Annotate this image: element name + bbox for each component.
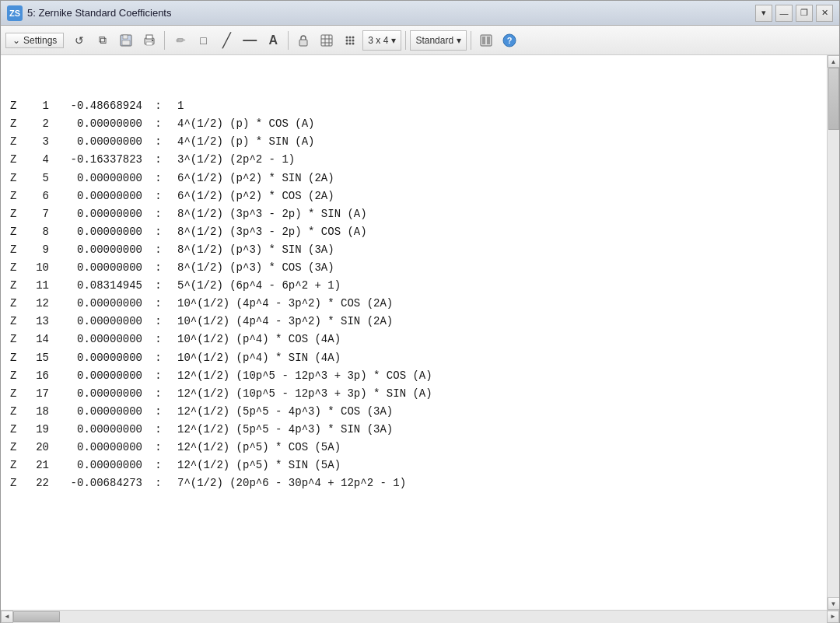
col-n: 10 [26, 259, 55, 277]
table-row: Z80.00000000:8^(1/2) (3p^3 - 2p) * COS (… [10, 223, 817, 241]
col-formula: 6^(1/2) (p^2) * SIN (2A) [168, 170, 334, 187]
title-bar: ZS 5: Zernike Standard Coefficients ▾ — … [1, 1, 839, 26]
scroll-thumb-h[interactable] [13, 611, 60, 622]
col-val: 0.00000000 [55, 385, 149, 403]
col-formula: 8^(1/2) (3p^3 - 2p) * COS (A) [168, 223, 367, 241]
col-colon: : [149, 277, 168, 295]
col-z: Z [10, 367, 26, 385]
rect-button[interactable]: □ [192, 30, 214, 51]
scroll-left-arrow[interactable]: ◄ [1, 611, 13, 623]
col-val: 0.08314945 [55, 277, 149, 295]
dropdown-arrow-btn[interactable]: ▾ [755, 5, 772, 22]
svg-rect-23 [482, 37, 485, 44]
col-colon: : [149, 367, 168, 385]
scroll-right-arrow[interactable]: ► [827, 611, 839, 623]
table-row: Z140.00000000:10^(1/2) (p^4) * COS (4A) [10, 331, 817, 348]
col-formula: 7^(1/2) (20p^6 - 30p^4 + 12p^2 - 1) [168, 474, 406, 492]
restore-btn[interactable]: ❐ [796, 5, 813, 22]
col-val: 0.00000000 [55, 115, 149, 133]
table-row: Z20.00000000:4^(1/2) (p) * COS (A) [10, 115, 817, 133]
col-val: 0.00000000 [55, 241, 149, 259]
col-formula: 12^(1/2) (10p^5 - 12p^3 + 3p) * SIN (A) [168, 385, 432, 403]
col-n: 11 [26, 277, 55, 295]
svg-point-21 [352, 42, 355, 44]
svg-point-16 [346, 39, 348, 41]
col-val: 0.00000000 [55, 403, 149, 421]
settings-button[interactable]: ⌄ Settings [5, 33, 64, 48]
scroll-thumb-v[interactable] [828, 68, 839, 130]
table-row: Z22-0.00684273:7^(1/2) (20p^6 - 30p^4 + … [10, 474, 817, 492]
table-row: Z200.00000000:12^(1/2) (p^5) * COS (5A) [10, 439, 817, 457]
col-z: Z [10, 133, 26, 151]
main-content[interactable]: Z1-0.48668924:1Z20.00000000:4^(1/2) (p) … [1, 55, 827, 610]
grid-button[interactable] [339, 30, 361, 51]
help-button[interactable]: ? [499, 30, 520, 51]
table-row: Z170.00000000:12^(1/2) (10p^5 - 12p^3 + … [10, 385, 817, 403]
col-formula: 10^(1/2) (4p^4 - 3p^2) * SIN (2A) [168, 313, 393, 331]
text-button[interactable]: A [262, 30, 284, 51]
table-row: Z120.00000000:10^(1/2) (4p^4 - 3p^2) * C… [10, 295, 817, 313]
col-colon: : [149, 133, 168, 151]
svg-text:?: ? [507, 36, 513, 45]
table-row: Z4-0.16337823:3^(1/2) (2p^2 - 1) [10, 151, 817, 169]
col-n: 9 [26, 241, 55, 259]
vertical-scrollbar[interactable]: ▲ ▼ [827, 55, 839, 610]
col-n: 22 [26, 474, 55, 492]
table-row: Z180.00000000:12^(1/2) (5p^5 - 4p^3) * C… [10, 403, 817, 421]
print-button[interactable] [138, 30, 160, 51]
col-colon: : [149, 439, 168, 457]
view-button[interactable] [475, 30, 497, 51]
col-formula: 8^(1/2) (p^3) * SIN (3A) [168, 241, 334, 259]
col-formula: 5^(1/2) (6p^4 - 6p^2 + 1) [168, 277, 341, 295]
content-wrapper: Z1-0.48668924:1Z20.00000000:4^(1/2) (p) … [1, 55, 839, 610]
col-colon: : [149, 457, 168, 474]
col-n: 18 [26, 403, 55, 421]
lock-button[interactable] [292, 30, 314, 51]
minimize-btn[interactable]: — [775, 5, 793, 22]
table-row: Z50.00000000:6^(1/2) (p^2) * SIN (2A) [10, 170, 817, 187]
scroll-track-h[interactable] [13, 611, 827, 623]
col-n: 2 [26, 115, 55, 133]
scroll-up-arrow[interactable]: ▲ [828, 55, 840, 68]
scroll-down-arrow[interactable]: ▼ [828, 597, 840, 610]
copy-button[interactable]: ⧉ [92, 30, 114, 51]
svg-point-20 [349, 42, 352, 44]
col-z: Z [10, 187, 26, 205]
grid-size-dropdown[interactable]: 3 x 4 ▾ [362, 30, 401, 51]
horizontal-scrollbar[interactable]: ◄ ► [1, 610, 839, 622]
standard-dropdown[interactable]: Standard ▾ [410, 30, 467, 51]
standard-label: Standard [415, 35, 453, 46]
window-title: 5: Zernike Standard Coefficients [27, 7, 171, 19]
line-button[interactable]: ╱ [215, 30, 237, 51]
col-colon: : [149, 385, 168, 403]
col-colon: : [149, 187, 168, 205]
toolbar: ⌄ Settings ↺ ⧉ ✏ □ ╱ — A [1, 26, 839, 55]
scroll-track-v[interactable] [828, 68, 840, 597]
title-bar-left: ZS 5: Zernike Standard Coefficients [7, 5, 171, 21]
table-button[interactable] [316, 30, 338, 51]
grid-size-arrow: ▾ [391, 35, 396, 46]
col-n: 20 [26, 439, 55, 457]
table-row: Z190.00000000:12^(1/2) (5p^5 - 4p^3) * S… [10, 421, 817, 439]
col-colon: : [149, 349, 168, 367]
col-val: 0.00000000 [55, 295, 149, 313]
save-button[interactable] [115, 30, 137, 51]
col-colon: : [149, 97, 168, 115]
svg-rect-4 [146, 35, 152, 39]
col-z: Z [10, 403, 26, 421]
col-val: 0.00000000 [55, 170, 149, 187]
col-z: Z [10, 223, 26, 241]
col-formula: 4^(1/2) (p) * SIN (A) [168, 133, 314, 151]
table-row: Z100.00000000:8^(1/2) (p^3) * COS (3A) [10, 259, 817, 277]
refresh-button[interactable]: ↺ [68, 30, 90, 51]
col-z: Z [10, 97, 26, 115]
col-colon: : [149, 170, 168, 187]
toolbar-separator-3 [405, 31, 406, 50]
table-row: Z30.00000000:4^(1/2) (p) * SIN (A) [10, 133, 817, 151]
col-val: 0.00000000 [55, 421, 149, 439]
edit-button[interactable]: ✏ [169, 30, 191, 51]
close-btn[interactable]: ✕ [816, 5, 833, 22]
col-z: Z [10, 439, 26, 457]
dash-button[interactable]: — [239, 30, 261, 51]
col-n: 6 [26, 187, 55, 205]
